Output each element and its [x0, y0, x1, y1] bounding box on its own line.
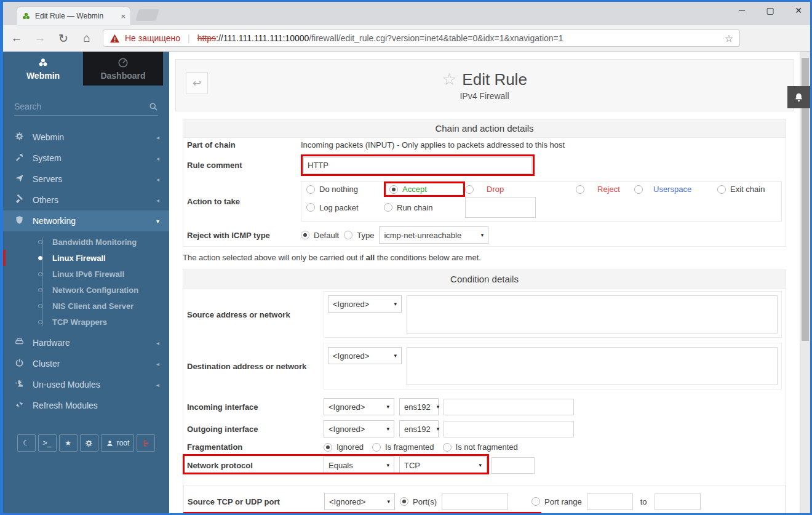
back-icon[interactable]: ← — [9, 31, 24, 45]
source-port-mode-select[interactable]: <Ignored>▾ — [324, 493, 395, 510]
radio-source-port-range[interactable]: Port range — [531, 497, 582, 506]
radio-icon[interactable] — [306, 185, 315, 194]
maximize-button[interactable]: ▢ — [763, 6, 777, 15]
radio-userspace[interactable]: Userspace — [634, 185, 717, 194]
radio-icmp-default[interactable]: Default — [301, 231, 339, 240]
radio-source-ports[interactable]: Port(s) — [400, 497, 437, 506]
sidebar-item-networking[interactable]: Networking ▾ — [3, 210, 169, 231]
destination-address-mode-select[interactable]: <Ignored>▾ — [328, 347, 402, 364]
sidebar-item-bandwidth-monitoring[interactable]: Bandwidth Monitoring — [3, 234, 169, 250]
radio-icon[interactable] — [306, 203, 315, 212]
outgoing-interface-mode-select[interactable]: <Ignored>▾ — [324, 420, 394, 437]
radio-icon[interactable] — [717, 185, 726, 194]
radio-is-not-fragmented[interactable]: Is not fragmented — [443, 442, 518, 452]
radio-icon[interactable] — [576, 185, 584, 194]
radio-icon[interactable] — [400, 497, 408, 506]
settings-button[interactable] — [80, 434, 98, 452]
sidebar-tab-webmin-label: Webmin — [26, 71, 60, 81]
incoming-interface-select[interactable]: ens192▾ — [399, 398, 439, 415]
sidebar-tab-webmin[interactable]: Webmin — [3, 52, 83, 86]
radio-label: Type — [357, 231, 374, 240]
vertical-scrollbar[interactable] — [800, 52, 810, 513]
outgoing-interface-input[interactable] — [444, 421, 574, 437]
sidebar-menu: Webmin ◂ System ◂ Servers ◂ Others ◂ — [3, 127, 169, 416]
sidebar-item-webmin[interactable]: Webmin ◂ — [3, 127, 169, 148]
search-icon[interactable] — [149, 102, 158, 111]
source-address-textarea[interactable] — [407, 295, 778, 333]
terminal-button[interactable]: >_ — [38, 434, 57, 452]
chevron-left-icon: ◂ — [156, 176, 159, 183]
sidebar-item-linux-ipv6-firewall[interactable]: Linux IPv6 Firewall — [3, 266, 169, 282]
night-mode-button[interactable]: ☾ — [17, 434, 36, 452]
notifications-toggle[interactable] — [787, 86, 810, 108]
home-icon[interactable]: ⌂ — [79, 31, 94, 45]
browser-tab[interactable]: Edit Rule — Webmin × — [17, 7, 130, 25]
run-chain-input[interactable] — [465, 197, 536, 218]
outgoing-interface-select[interactable]: ens192▾ — [399, 420, 439, 437]
sidebar-item-hardware[interactable]: Hardware ◂ — [3, 332, 169, 353]
radio-icon[interactable] — [531, 497, 540, 506]
rule-comment-input[interactable] — [303, 157, 532, 174]
reload-icon[interactable]: ↻ — [56, 31, 71, 46]
back-page-button[interactable]: ↩ — [186, 72, 208, 94]
radio-icon[interactable] — [465, 185, 474, 194]
source-address-mode-select[interactable]: <Ignored>▾ — [328, 295, 402, 313]
minimize-button[interactable]: ─ — [735, 6, 749, 15]
address-bar[interactable]: Не защищено | https://111.111.111.111:10… — [103, 30, 740, 47]
forward-icon[interactable]: → — [33, 31, 47, 45]
network-protocol-extra-input[interactable] — [492, 457, 535, 474]
radio-icon[interactable] — [301, 231, 309, 239]
radio-icon[interactable] — [634, 185, 643, 194]
sidebar-item-others[interactable]: Others ◂ — [3, 190, 169, 210]
sidebar-tab-dashboard[interactable]: Dashboard — [83, 52, 163, 86]
user-button[interactable]: root — [101, 434, 135, 452]
radio-accept[interactable]: Accept — [384, 182, 465, 197]
source-range-to-input[interactable] — [655, 493, 701, 510]
tab-close-icon[interactable]: × — [121, 12, 125, 21]
radio-icon[interactable] — [443, 443, 452, 452]
favorite-star-icon[interactable]: ☆ — [442, 70, 456, 89]
terminal-icon: >_ — [43, 439, 52, 447]
sidebar-item-linux-firewall[interactable]: Linux Firewall — [3, 250, 169, 266]
radio-exit-chain[interactable]: Exit chain — [717, 185, 776, 194]
network-protocol-select[interactable]: TCP▾ — [399, 457, 487, 474]
url-text[interactable]: https://111.111.111.111:10000/firewall/e… — [197, 33, 720, 43]
incoming-interface-input[interactable] — [444, 399, 574, 415]
radio-run-chain[interactable]: Run chain — [384, 203, 465, 212]
radio-reject[interactable]: Reject — [576, 185, 634, 194]
sidebar-item-nis-client-and-server[interactable]: NIS Client and Server — [3, 298, 169, 314]
network-protocol-mode-select[interactable]: Equals▾ — [324, 457, 394, 474]
radio-do-nothing[interactable]: Do nothing — [306, 185, 384, 194]
new-tab-button[interactable] — [135, 9, 159, 21]
radio-icon[interactable] — [384, 203, 392, 212]
security-warning-icon[interactable] — [109, 34, 120, 43]
source-ports-input[interactable] — [442, 493, 508, 510]
sidebar-item-tcp-wrappers[interactable]: TCP Wrappers — [3, 314, 169, 330]
favorites-button[interactable]: ★ — [59, 434, 78, 452]
icmp-type-select[interactable]: icmp-net-unreachable▾ — [379, 226, 488, 244]
sidebar-item-refresh-modules[interactable]: Refresh Modules — [3, 395, 169, 416]
radio-icon[interactable] — [324, 443, 332, 452]
bookmark-star-icon[interactable]: ☆ — [725, 33, 733, 44]
search-input[interactable] — [14, 102, 149, 111]
close-button[interactable]: ✕ — [792, 6, 805, 15]
bullet-icon — [38, 272, 42, 276]
radio-log-packet[interactable]: Log packet — [306, 203, 384, 212]
logout-button[interactable] — [137, 434, 155, 452]
radio-icon[interactable] — [372, 443, 381, 452]
incoming-interface-mode-select[interactable]: <Ignored>▾ — [324, 398, 394, 415]
sidebar-item-servers[interactable]: Servers ◂ — [3, 169, 169, 190]
radio-icon[interactable] — [344, 231, 352, 239]
destination-address-textarea[interactable] — [407, 347, 778, 385]
sidebar-item-cluster[interactable]: Cluster ◂ — [3, 353, 169, 374]
radio-icmp-type[interactable]: Type — [344, 231, 374, 240]
security-status[interactable]: Не защищено — [125, 33, 180, 43]
radio-frag-ignored[interactable]: Ignored — [324, 442, 364, 452]
sidebar-item-unused-modules[interactable]: Un-used Modules ◂ — [3, 374, 169, 395]
sidebar-item-network-configuration[interactable]: Network Configuration — [3, 282, 169, 298]
source-range-from-input[interactable] — [587, 493, 633, 510]
radio-drop[interactable]: Drop — [465, 185, 576, 194]
radio-icon[interactable] — [389, 185, 398, 194]
radio-is-fragmented[interactable]: Is fragmented — [372, 442, 434, 452]
sidebar-item-system[interactable]: System ◂ — [3, 148, 169, 169]
